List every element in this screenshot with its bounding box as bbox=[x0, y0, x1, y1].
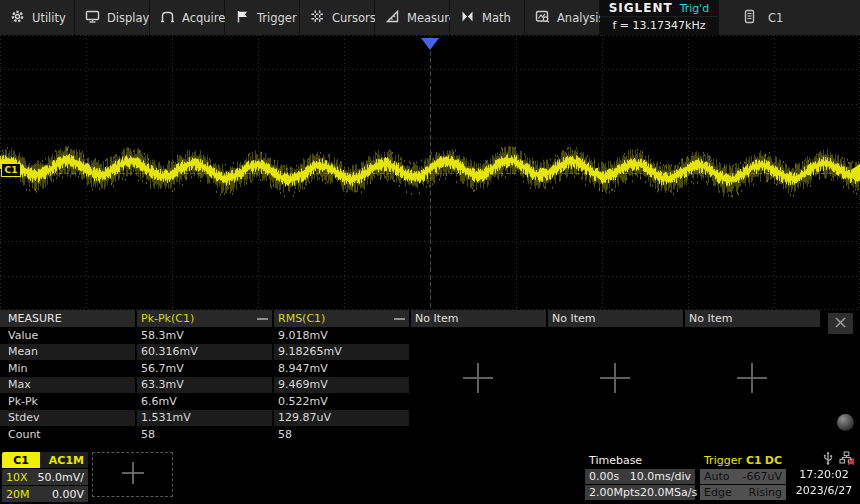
trigger-level: -667uV bbox=[743, 470, 782, 483]
table-row: Min 56.7mV 8.947mV bbox=[0, 360, 860, 377]
add-channel-button[interactable] bbox=[92, 452, 173, 497]
trigger-status-badge: Trig'd bbox=[680, 2, 710, 15]
timebase-descriptor-box[interactable]: Timebase 0.00s 10.0ms/div 2.00Mpts 20.0M… bbox=[585, 453, 695, 500]
close-button[interactable] bbox=[828, 313, 853, 334]
measure-title: MEASURE bbox=[0, 310, 135, 327]
trigger-coupling: DC bbox=[765, 454, 782, 467]
top-menu-bar: Utility Display Acquire Trigger Cursors … bbox=[0, 0, 860, 35]
menu-item-measure[interactable]: Measure bbox=[375, 0, 449, 35]
measure-icon bbox=[385, 9, 400, 27]
menu-item-math[interactable]: Math bbox=[450, 0, 524, 35]
cell-rms-count: 58 bbox=[274, 426, 409, 443]
trigger-flag-icon bbox=[235, 9, 250, 27]
clock-time: 17:20:02 bbox=[790, 467, 858, 483]
add-measure-button[interactable] bbox=[598, 361, 632, 395]
channel-probe: 10X bbox=[6, 471, 28, 484]
clock-block: 17:20:02 2023/6/27 bbox=[790, 452, 858, 499]
measure-col-label: No Item bbox=[689, 312, 733, 325]
cell-pkpk-value: 58.3mV bbox=[137, 327, 272, 344]
channel-descriptor-box[interactable]: C1 AC1M 10X 50.0mV/ 20M 0.00V bbox=[2, 452, 88, 502]
add-measure-button[interactable] bbox=[735, 361, 769, 395]
table-row: Value 58.3mV 9.018mV bbox=[0, 327, 860, 344]
row-label: Mean bbox=[0, 344, 135, 361]
menu-item-utility[interactable]: Utility bbox=[0, 0, 74, 35]
cell-rms-min: 8.947mV bbox=[274, 360, 409, 377]
measure-table: Value 58.3mV 9.018mV Mean 60.316mV 9.182… bbox=[0, 327, 860, 443]
drag-handle-orb[interactable] bbox=[837, 414, 854, 431]
cell-rms-mean: 9.18265mV bbox=[274, 344, 409, 361]
waveform-display: C1 bbox=[0, 35, 860, 310]
trigger-source: C1 bbox=[746, 454, 762, 467]
channel-menu-label: C1 bbox=[768, 11, 783, 25]
row-label: Count bbox=[0, 426, 135, 443]
menu-item-trigger[interactable]: Trigger bbox=[225, 0, 299, 35]
oscilloscope-screen: Utility Display Acquire Trigger Cursors … bbox=[0, 0, 860, 504]
menu-item-label: Measure bbox=[407, 11, 456, 25]
channel-name-chip: C1 bbox=[2, 452, 40, 468]
menu-item-display[interactable]: Display bbox=[75, 0, 149, 35]
row-label: Value bbox=[0, 327, 135, 344]
measure-col-label: RMS(C1) bbox=[278, 312, 325, 325]
bottom-bar: C1 AC1M 10X 50.0mV/ 20M 0.00V Timebase 0… bbox=[0, 450, 860, 504]
measure-col-label: No Item bbox=[552, 312, 596, 325]
frequency-counter: f = 13.17347kHz bbox=[613, 19, 706, 32]
menu-item-acquire[interactable]: Acquire bbox=[150, 0, 224, 35]
cell-rms-value: 9.018mV bbox=[274, 327, 409, 344]
menu-item-label: Analysis bbox=[557, 11, 604, 25]
menu-item-label: Utility bbox=[32, 11, 66, 25]
measure-col-header-pkpk[interactable]: Pk-Pk(C1) bbox=[137, 310, 272, 327]
trigger-position-icon[interactable] bbox=[421, 38, 439, 50]
measure-col-header-empty-3[interactable]: No Item bbox=[685, 310, 820, 327]
channel-menu-button[interactable]: C1 bbox=[719, 0, 860, 35]
minus-icon[interactable] bbox=[257, 318, 268, 320]
status-block: SIGLENT Trig'd f = 13.17347kHz bbox=[600, 0, 718, 35]
siglent-logo: SIGLENT bbox=[609, 1, 673, 15]
table-row: Stdev 1.531mV 129.87uV bbox=[0, 410, 860, 427]
cell-pkpk-pkpk: 6.6mV bbox=[137, 393, 272, 410]
menu-item-cursors[interactable]: Cursors bbox=[300, 0, 374, 35]
channel-bandwidth: 20M bbox=[6, 488, 30, 501]
trigger-title: Trigger bbox=[704, 454, 742, 467]
minus-icon[interactable] bbox=[394, 318, 405, 320]
table-row: Mean 60.316mV 9.18265mV bbox=[0, 344, 860, 361]
table-row: Count 58 58 bbox=[0, 426, 860, 443]
cursors-icon bbox=[310, 9, 325, 27]
clock-date: 2023/6/27 bbox=[790, 483, 858, 499]
cell-rms-stdev: 129.87uV bbox=[274, 410, 409, 427]
menu-item-label: Display bbox=[107, 11, 149, 25]
trigger-descriptor-box[interactable]: Trigger C1 DC Auto -667uV Edge Rising bbox=[700, 453, 786, 500]
cell-pkpk-mean: 60.316mV bbox=[137, 344, 272, 361]
trigger-level-icon[interactable] bbox=[851, 164, 860, 176]
cell-pkpk-min: 56.7mV bbox=[137, 360, 272, 377]
menu-list-icon bbox=[743, 9, 756, 27]
menu-item-label: Math bbox=[482, 11, 511, 25]
channel-level-marker[interactable]: C1 bbox=[1, 163, 27, 177]
add-measure-button[interactable] bbox=[461, 361, 495, 395]
measure-header-row: MEASURE Pk-Pk(C1) RMS(C1) No Item No Ite… bbox=[0, 310, 860, 327]
channel-level-label: C1 bbox=[1, 163, 21, 177]
channel-arrow-icon bbox=[21, 165, 27, 175]
table-row: Pk-Pk 6.6mV 0.522mV bbox=[0, 393, 860, 410]
timebase-title: Timebase bbox=[585, 453, 695, 468]
trigger-mode: Auto bbox=[704, 470, 730, 483]
lan-disconnected-icon bbox=[839, 451, 855, 468]
measure-panel: MEASURE Pk-Pk(C1) RMS(C1) No Item No Ite… bbox=[0, 310, 860, 450]
measure-col-header-empty-1[interactable]: No Item bbox=[411, 310, 546, 327]
cell-pkpk-stdev: 1.531mV bbox=[137, 410, 272, 427]
measure-col-header-empty-2[interactable]: No Item bbox=[548, 310, 683, 327]
row-label: Min bbox=[0, 360, 135, 377]
menu-item-analysis[interactable]: Analysis bbox=[525, 0, 599, 35]
analysis-icon bbox=[535, 9, 550, 27]
trigger-type: Edge bbox=[704, 486, 732, 499]
measure-col-label: No Item bbox=[415, 312, 459, 325]
cell-rms-pkpk: 0.522mV bbox=[274, 393, 409, 410]
measure-col-header-rms[interactable]: RMS(C1) bbox=[274, 310, 409, 327]
display-icon bbox=[85, 9, 100, 27]
cell-rms-max: 9.469mV bbox=[274, 377, 409, 394]
menu-item-label: Acquire bbox=[182, 11, 225, 25]
timebase-delay: 0.00s bbox=[589, 470, 619, 483]
channel-offset: 0.00V bbox=[52, 488, 84, 501]
acquire-icon bbox=[160, 9, 175, 27]
measure-col-label: Pk-Pk(C1) bbox=[141, 312, 194, 325]
row-label: Pk-Pk bbox=[0, 393, 135, 410]
